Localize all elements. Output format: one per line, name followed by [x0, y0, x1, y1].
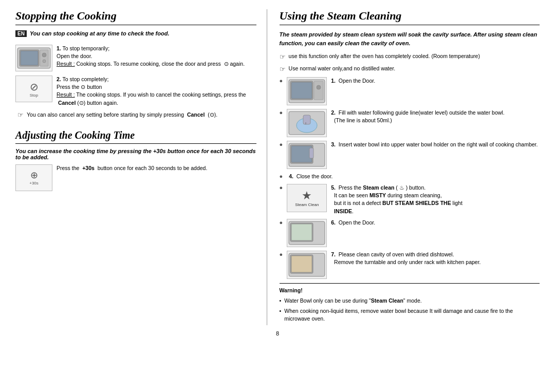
right-step-num-6: 6. — [331, 219, 336, 226]
warning-bullet-2: • When cooking non-liquid items, remove … — [280, 307, 540, 323]
right-step-2: ● 2. Fill with water following guide lin… — [280, 109, 540, 137]
svg-point-10 — [317, 85, 321, 89]
warning-bullet-1: • Water Bowl only can be use during "Ste… — [280, 297, 540, 305]
note-row: ☞ You can also cancel any setting before… — [17, 111, 256, 120]
bullet-icon-1: ☞ — [280, 52, 286, 62]
warning-dot-1: • — [280, 297, 282, 305]
right-step-text-2: 2. Fill with water following guide line(… — [331, 109, 540, 124]
svg-point-5 — [43, 60, 46, 63]
step-2-image: ⊘ Stop — [15, 76, 52, 102]
step-1-result-text: Cooking stops. To resume cooking, close … — [77, 61, 221, 67]
svg-rect-3 — [40, 50, 48, 66]
right-intro: The steam provided by steam clean system… — [280, 30, 540, 47]
right-step-image-5: ★ Steam Clean — [287, 184, 327, 212]
right-step-text-5: 5. Press the Steam clean ( ♨ ) button. I… — [331, 184, 540, 215]
right-step-image-6 — [287, 219, 327, 247]
stop-label: Stop — [30, 93, 38, 98]
adj-step-row: ⊕ +30s Press the +30s button once for ea… — [15, 164, 256, 191]
stop-icon: ⊘ — [30, 81, 39, 93]
right-step-text-1: 1. Open the Door. — [331, 77, 540, 85]
dot-1: ● — [280, 78, 283, 84]
adj-step-text-wrap: Press the +30s button once for each 30 s… — [57, 164, 256, 172]
page-layout: Stopping the Cooking EN You can stop coo… — [15, 9, 540, 325]
note-icon: ☞ — [17, 110, 24, 120]
step5-shields: BUT STEAM SHIELDS THE — [382, 200, 451, 206]
right-step-image-1 — [287, 77, 327, 105]
step-2-row: ⊘ Stop 2. To stop completely; Press the … — [15, 76, 256, 107]
left-column: Stopping the Cooking EN You can stop coo… — [15, 9, 267, 325]
right-step-image-7 — [287, 251, 327, 279]
step5-steam-bold: Steam clean — [363, 184, 394, 191]
step6-content: Open the Door. — [339, 219, 375, 226]
svg-rect-24 — [291, 256, 312, 272]
warning-dot-2: • — [280, 307, 282, 323]
warning-title: Warning! — [280, 287, 540, 295]
step-1-result-end: again. — [230, 61, 245, 67]
warning-bold-1: Steam Clean — [371, 297, 403, 304]
svg-rect-13 — [303, 115, 310, 124]
step-2-result-end: button again. — [87, 100, 118, 106]
svg-rect-9 — [314, 81, 323, 100]
svg-point-4 — [42, 53, 46, 57]
warning-text-2: When cooking non-liquid items, remove wa… — [284, 307, 540, 323]
right-step-num-7: 7. — [331, 251, 336, 257]
svg-rect-21 — [291, 224, 312, 240]
step-1-number: 1. — [57, 45, 61, 51]
en-badge: EN — [15, 30, 27, 37]
right-step-text-4: 4. Close the door. — [287, 173, 540, 180]
adj-label: +30s — [29, 181, 39, 185]
step-2-result-label: Result : — [57, 91, 75, 98]
step-1-image — [15, 45, 52, 71]
step-2-content: To stop completely; Press the ⊙ button R… — [57, 76, 246, 106]
adj-subtitle: You can increase the cooking time by pre… — [15, 148, 256, 160]
step5-misty: MISTY — [369, 192, 386, 198]
warning-text-1: Water Bowl only can be use during "Steam… — [284, 297, 421, 305]
en-subtitle-row: EN You can stop cooking at any time to c… — [15, 30, 256, 41]
right-step-num-3: 3. — [331, 141, 336, 147]
adj-step-image: ⊕ +30s — [15, 164, 52, 191]
right-step-num-1: 1. — [331, 78, 336, 84]
steam-drop-icon: ★ — [302, 189, 312, 202]
adj-step-text: Press the — [57, 165, 79, 171]
right-bullet-2: ☞ Use normal water only,and no distilled… — [280, 65, 540, 74]
step-1-result-label: Result : — [57, 61, 75, 67]
right-step-text-6: 6. Open the Door. — [331, 219, 540, 227]
note-text: You can also cancel any setting before s… — [27, 111, 217, 119]
note-end: ). — [214, 111, 217, 118]
svg-rect-18 — [309, 148, 313, 158]
right-title: Using the Steam Cleaning — [280, 9, 540, 25]
svg-rect-2 — [21, 51, 38, 65]
svg-rect-17 — [291, 146, 312, 162]
right-step-7: ● 7. Please clean cavity of oven with dr… — [280, 251, 540, 279]
dot-3: ● — [280, 141, 283, 147]
right-step-num-5: 5. — [331, 184, 336, 191]
adj-step-bold: +30s — [82, 165, 95, 171]
step-2-text: 2. To stop completely; Press the ⊙ butto… — [57, 76, 256, 107]
step-1-row: 1. To stop temporarily;Open the door. Re… — [15, 45, 256, 71]
left-subtitle: You can stop cooking at any time to chec… — [30, 30, 170, 36]
right-step-content-1: Open the Door. — [339, 78, 375, 84]
right-step-image-3 — [287, 141, 327, 169]
dot-4: ● — [280, 173, 283, 179]
step5-inside: INSIDE — [334, 208, 352, 214]
right-bullet-1: ☞ use this function only after the oven … — [280, 52, 540, 62]
step-1-content: To stop temporarily;Open the door. Resul… — [57, 45, 245, 67]
steam-clean-label: Steam Clean — [295, 202, 319, 207]
step4-content: Close the door. — [297, 173, 333, 179]
step-1-text: 1. To stop temporarily;Open the door. Re… — [57, 45, 256, 68]
steam-clean-icon: ★ Steam Clean — [295, 189, 319, 207]
adj-step-end: button once for each 30 seconds to be ad… — [98, 165, 208, 171]
dot-6: ● — [280, 219, 283, 226]
right-step-4: ● 4. Close the door. — [280, 173, 540, 180]
right-step-text-7: 7. Please clean cavity of oven with drie… — [331, 251, 540, 266]
right-step-image-2 — [287, 109, 327, 137]
step-2-result-text: The cooking stops. If you wish to cancel… — [76, 91, 246, 98]
adj-icon: ⊕ — [30, 170, 38, 181]
right-step-num-4: 4. — [289, 173, 293, 179]
warning-section: Warning! • Water Bowl only can be use du… — [280, 283, 540, 323]
right-step-text-3: 3. Insert water bowl into upper water bo… — [331, 141, 540, 148]
right-step-1: ● 1. Open the Door. — [280, 77, 540, 105]
right-step-num-2: 2. — [331, 109, 336, 116]
note-cancel-bold: Cancel — [187, 111, 205, 118]
step-2-number: 2. — [57, 76, 61, 82]
